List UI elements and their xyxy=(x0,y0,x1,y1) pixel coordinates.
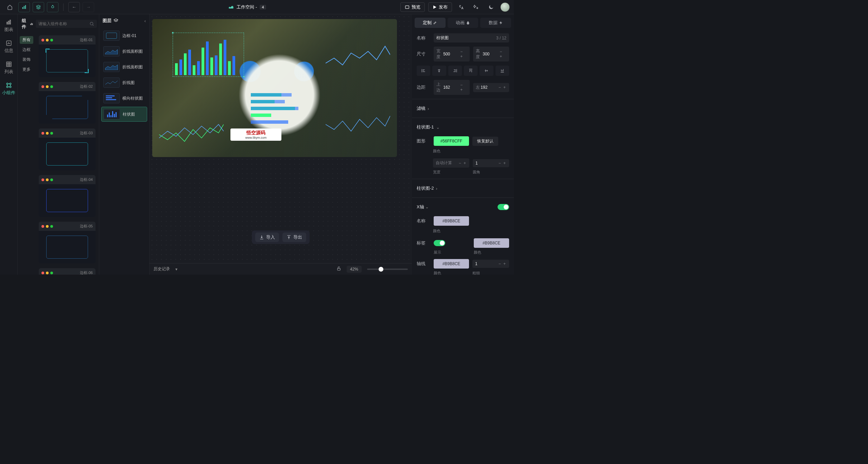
import-button[interactable]: 导入 xyxy=(255,233,279,242)
nav-list[interactable]: 列表 xyxy=(4,60,13,76)
topbar: ← → 工作空间 - 4 预览 发布 xyxy=(0,0,514,14)
margin-left-input[interactable]: 左− + xyxy=(473,83,509,92)
avatar[interactable] xyxy=(500,2,510,12)
comp-card[interactable]: 边框-02 xyxy=(39,82,96,124)
align-center-h-icon[interactable] xyxy=(432,66,446,76)
magic-icon[interactable] xyxy=(470,2,482,12)
xaxis-toggle[interactable] xyxy=(498,204,509,210)
xaxis-label-toggle[interactable] xyxy=(434,240,445,246)
collapse-icon[interactable]: ‹ xyxy=(144,18,146,23)
svg-rect-27 xyxy=(251,107,298,110)
svg-rect-2 xyxy=(25,5,26,9)
reset-default-button[interactable]: 恢复默认 xyxy=(472,137,498,146)
margin-top-input[interactable]: 上边− + xyxy=(434,80,470,95)
comp-card[interactable]: 边框-03 xyxy=(39,128,96,170)
lock-icon[interactable] xyxy=(336,266,341,272)
tag-decor[interactable]: 装饰 xyxy=(20,56,33,64)
align-left-icon[interactable] xyxy=(417,66,430,76)
svg-rect-0 xyxy=(22,7,23,9)
svg-rect-15 xyxy=(31,23,32,25)
workspace-title[interactable]: 工作空间 - 4 xyxy=(228,4,266,10)
stage[interactable]: 悟空源码 www.5kym.com xyxy=(152,19,397,157)
property-panel: 定制 动画 数据 名称 柱状图 3 / 12 尺寸 宽度− + 高度− + xyxy=(412,14,514,275)
layer-item[interactable]: 折线面积图 xyxy=(101,44,147,58)
color-chip-xaxis-name[interactable]: #B9B8CE xyxy=(434,216,469,226)
toolbar-chart-icon[interactable] xyxy=(18,2,30,12)
tag-more[interactable]: 更多 xyxy=(20,66,33,73)
svg-rect-5 xyxy=(7,22,7,24)
layer-item[interactable]: 横向柱状图 xyxy=(101,91,147,105)
layer-item[interactable]: 折线图 xyxy=(101,75,147,90)
svg-rect-6 xyxy=(8,21,9,24)
svg-rect-4 xyxy=(405,5,409,8)
component-panel: 组件 所有 边框 装饰 更多 边框-01 xyxy=(18,14,99,275)
auto-width-input[interactable]: 自动计算− + xyxy=(433,158,469,168)
nav-info[interactable]: 信息 xyxy=(4,39,13,55)
comp-card[interactable]: 边框-01 xyxy=(39,35,96,77)
zoom-slider[interactable] xyxy=(367,269,408,270)
zoom-value[interactable]: 42% xyxy=(347,266,362,273)
stage-chart-bar-selected[interactable] xyxy=(173,33,244,77)
name-input[interactable]: 柱状图 3 / 12 xyxy=(434,33,509,42)
search-input[interactable] xyxy=(36,20,97,28)
watermark: 悟空源码 www.5kym.com xyxy=(230,128,281,141)
export-button[interactable]: 导出 xyxy=(282,233,306,242)
tag-all[interactable]: 所有 xyxy=(20,36,33,44)
align-bottom-icon[interactable] xyxy=(496,66,509,76)
layer-item[interactable]: 柱状图 xyxy=(101,107,147,122)
svg-rect-28 xyxy=(251,114,271,117)
section-filter[interactable]: 滤镜› xyxy=(412,101,514,116)
section-bar1[interactable]: 柱状图-1⌄ xyxy=(412,120,514,134)
section-bar2[interactable]: 柱状图-2› xyxy=(412,181,514,195)
canvas-footer: 历史记录 ▾ 42% xyxy=(150,263,412,275)
radius-input[interactable]: − + xyxy=(473,159,509,167)
align-right-icon[interactable] xyxy=(448,66,462,76)
width-input[interactable]: 宽度− + xyxy=(434,47,470,62)
nav-chart[interactable]: 图表 xyxy=(4,18,13,34)
axisline-width-input[interactable]: − + xyxy=(472,260,509,268)
comp-card[interactable]: 边框-06 xyxy=(39,268,96,275)
svg-rect-25 xyxy=(251,100,285,103)
align-top-icon[interactable] xyxy=(464,66,478,76)
layer-item[interactable]: 边框-01 xyxy=(101,29,147,43)
nav-widget[interactable]: 小组件 xyxy=(2,81,15,97)
height-input[interactable]: 高度− + xyxy=(473,47,509,62)
history-button[interactable]: 历史记录 xyxy=(154,266,170,272)
tab-data[interactable]: 数据 xyxy=(480,18,511,28)
svg-rect-14 xyxy=(30,24,31,25)
preview-button[interactable]: 预览 xyxy=(400,2,425,12)
svg-marker-3 xyxy=(36,5,40,7)
publish-button[interactable]: 发布 xyxy=(428,2,452,12)
section-xaxis[interactable]: X轴 ⌄ xyxy=(412,200,514,214)
layer-panel: 图层 ‹ 边框-01 折线面积图 折线面积图 xyxy=(99,14,150,275)
translate-icon[interactable] xyxy=(455,2,467,12)
align-row xyxy=(412,64,514,78)
tag-border[interactable]: 边框 xyxy=(20,46,33,54)
svg-marker-18 xyxy=(114,19,118,21)
tab-customize[interactable]: 定制 xyxy=(415,18,446,28)
stage-chart-line2 xyxy=(159,114,224,148)
toolbar-layers-icon[interactable] xyxy=(33,2,44,12)
canvas-scroll[interactable]: 悟空源码 www.5kym.com 导入 导出 xyxy=(150,14,412,263)
sidebar-nav: 图表 信息 列表 小组件 xyxy=(0,14,18,275)
comp-card[interactable]: 边框-04 xyxy=(39,175,96,217)
workspace-number: 4 xyxy=(260,5,266,10)
workspace-label: 工作空间 - xyxy=(237,4,257,10)
comp-card[interactable]: 边框-05 xyxy=(39,222,96,263)
home-icon[interactable] xyxy=(4,2,16,12)
layer-item[interactable]: 折线面积图 xyxy=(101,60,147,74)
canvas-area: 悟空源码 www.5kym.com 导入 导出 历史记录 xyxy=(150,14,412,275)
tab-animation[interactable]: 动画 xyxy=(448,18,479,28)
color-chip-shape[interactable]: #56FF8CFF xyxy=(434,136,469,146)
svg-rect-30 xyxy=(337,268,340,270)
toolbar-droplet-icon[interactable] xyxy=(47,2,58,12)
align-center-v-icon[interactable] xyxy=(480,66,493,76)
svg-point-12 xyxy=(6,86,8,88)
theme-toggle-icon[interactable] xyxy=(485,2,497,12)
back-icon[interactable]: ← xyxy=(68,2,80,12)
svg-rect-22 xyxy=(251,93,281,97)
color-chip-xaxis-label[interactable]: #B9B8CE xyxy=(474,238,509,248)
svg-point-17 xyxy=(90,22,93,25)
color-chip-axisline[interactable]: #B9B8CE xyxy=(434,259,469,269)
forward-icon: → xyxy=(83,2,94,12)
